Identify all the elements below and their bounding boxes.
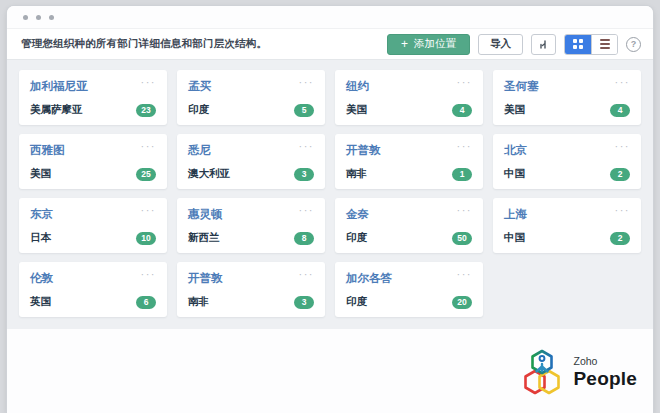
location-city: 上海 (504, 207, 527, 222)
location-country: 南非 (346, 167, 367, 181)
location-count-badge: 3 (294, 296, 314, 309)
location-card[interactable]: 孟买 ··· 印度 5 (177, 70, 325, 125)
location-count-badge: 1 (452, 168, 472, 181)
location-city: 加利福尼亚 (30, 79, 88, 94)
page-description: 管理您组织种的所有部门详细信息和部门层次结构。 (21, 37, 267, 51)
location-city: 悉尼 (188, 143, 211, 158)
card-menu-ellipsis[interactable]: ··· (615, 143, 631, 149)
location-city: 金奈 (346, 207, 369, 222)
location-card[interactable]: 惠灵顿 ··· 新西兰 8 (177, 198, 325, 253)
help-button[interactable]: ? (626, 37, 641, 52)
location-card[interactable]: 西雅图 ··· 美国 25 (19, 134, 167, 189)
card-menu-ellipsis[interactable]: ··· (615, 207, 631, 213)
location-city: 开普敦 (188, 271, 223, 286)
location-country: 美国 (30, 167, 51, 181)
location-card[interactable]: 加利福尼亚 ··· 美属萨摩亚 23 (19, 70, 167, 125)
location-card[interactable]: 纽约 ··· 美国 4 (335, 70, 483, 125)
list-view-icon (600, 39, 610, 49)
location-city: 东京 (30, 207, 53, 222)
card-menu-ellipsis[interactable]: ··· (141, 79, 157, 85)
help-icon: ? (631, 39, 637, 49)
location-city: 伦敦 (30, 271, 53, 286)
location-count-badge: 8 (294, 232, 314, 245)
location-count-badge: 3 (294, 168, 314, 181)
location-country: 中国 (504, 167, 525, 181)
card-menu-ellipsis[interactable]: ··· (299, 207, 315, 213)
add-location-button[interactable]: + 添加位置 (387, 34, 470, 55)
window-control-dot[interactable] (36, 15, 41, 20)
location-city: 纽约 (346, 79, 369, 94)
location-count-badge: 2 (610, 232, 630, 245)
location-city: 北京 (504, 143, 527, 158)
org-chart-icon (538, 39, 549, 50)
location-country: 英国 (30, 295, 51, 309)
location-count-badge: 2 (610, 168, 630, 181)
window-control-dot[interactable] (23, 15, 28, 20)
location-city: 开普敦 (346, 143, 381, 158)
location-card[interactable]: 上海 ··· 中国 2 (493, 198, 641, 253)
location-card[interactable]: 悉尼 ··· 澳大利亚 3 (177, 134, 325, 189)
view-toggle (564, 34, 618, 55)
card-menu-ellipsis[interactable]: ··· (299, 271, 315, 277)
location-card[interactable]: 加尔各答 ··· 印度 20 (335, 262, 483, 317)
location-country: 日本 (30, 231, 51, 245)
card-menu-ellipsis[interactable]: ··· (141, 271, 157, 277)
card-menu-ellipsis[interactable]: ··· (141, 143, 157, 149)
locations-grid: 加利福尼亚 ··· 美属萨摩亚 23 孟买 ··· 印度 5 纽约 ··· 美国… (19, 70, 641, 317)
app-window: 管理您组织种的所有部门详细信息和部门层次结构。 + 添加位置 导入 (7, 6, 653, 413)
logo-brand-text: Zoho (574, 356, 638, 367)
grid-view-icon (573, 39, 583, 49)
logo-product-text: People (574, 369, 638, 388)
location-country: 中国 (504, 231, 525, 245)
card-menu-ellipsis[interactable]: ··· (457, 271, 473, 277)
location-count-badge: 4 (610, 104, 630, 117)
location-card[interactable]: 伦敦 ··· 英国 6 (19, 262, 167, 317)
location-card[interactable]: 北京 ··· 中国 2 (493, 134, 641, 189)
location-country: 印度 (188, 103, 209, 117)
location-country: 新西兰 (188, 231, 220, 245)
window-control-dot[interactable] (49, 15, 54, 20)
location-city: 惠灵顿 (188, 207, 223, 222)
card-menu-ellipsis[interactable]: ··· (299, 143, 315, 149)
location-card[interactable]: 金奈 ··· 印度 50 (335, 198, 483, 253)
location-city: 圣何塞 (504, 79, 539, 94)
window-titlebar (7, 6, 653, 28)
card-menu-ellipsis[interactable]: ··· (457, 207, 473, 213)
location-card[interactable]: 东京 ··· 日本 10 (19, 198, 167, 253)
location-city: 孟买 (188, 79, 211, 94)
card-menu-ellipsis[interactable]: ··· (615, 79, 631, 85)
location-country: 澳大利亚 (188, 167, 230, 181)
location-country: 印度 (346, 295, 367, 309)
location-country: 印度 (346, 231, 367, 245)
locations-content: 加利福尼亚 ··· 美属萨摩亚 23 孟买 ··· 印度 5 纽约 ··· 美国… (7, 60, 653, 329)
location-count-badge: 5 (294, 104, 314, 117)
location-count-badge: 6 (136, 296, 156, 309)
toolbar-actions: + 添加位置 导入 ? (387, 34, 641, 55)
location-city: 加尔各答 (346, 271, 392, 286)
location-country: 美国 (346, 103, 367, 117)
grid-view-button[interactable] (565, 35, 591, 54)
card-menu-ellipsis[interactable]: ··· (141, 207, 157, 213)
location-count-badge: 20 (452, 296, 472, 309)
location-card[interactable]: 开普敦 ··· 南非 1 (335, 134, 483, 189)
page-footer: Zoho People (7, 329, 653, 413)
card-menu-ellipsis[interactable]: ··· (457, 143, 473, 149)
location-card[interactable]: 开普敦 ··· 南非 3 (177, 262, 325, 317)
list-view-button[interactable] (591, 35, 617, 54)
card-menu-ellipsis[interactable]: ··· (299, 79, 315, 85)
location-count-badge: 10 (136, 232, 156, 245)
locations-toolbar: 管理您组织种的所有部门详细信息和部门层次结构。 + 添加位置 导入 (7, 28, 653, 60)
location-count-badge: 25 (136, 168, 156, 181)
card-menu-ellipsis[interactable]: ··· (457, 79, 473, 85)
add-location-label: 添加位置 (414, 37, 456, 51)
location-count-badge: 4 (452, 104, 472, 117)
location-city: 西雅图 (30, 143, 65, 158)
org-chart-view-button[interactable] (531, 34, 556, 55)
plus-icon: + (401, 38, 408, 50)
zoho-people-logo: Zoho People (519, 349, 638, 395)
location-count-badge: 50 (452, 232, 472, 245)
location-country: 美属萨摩亚 (30, 103, 83, 117)
location-card[interactable]: 圣何塞 ··· 美国 4 (493, 70, 641, 125)
location-count-badge: 23 (136, 104, 156, 117)
import-button[interactable]: 导入 (478, 34, 523, 55)
